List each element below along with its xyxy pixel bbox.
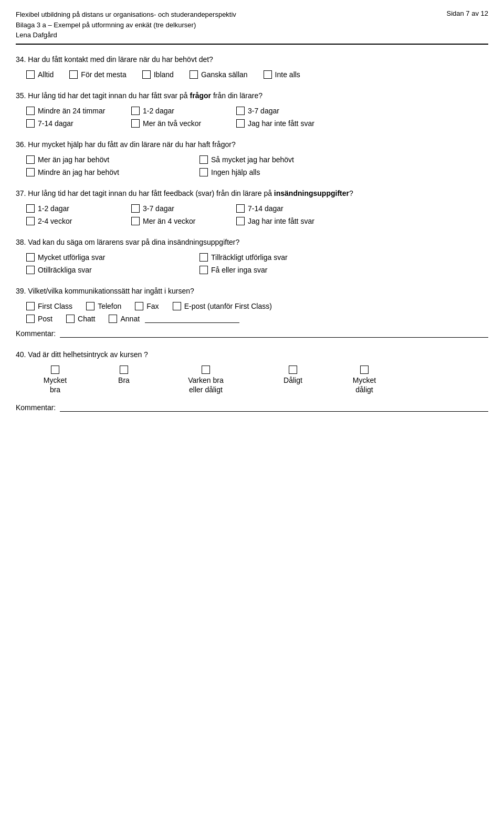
q37-checkbox-meran4veckor[interactable] bbox=[131, 217, 140, 225]
q34-checkbox-intealls[interactable] bbox=[264, 70, 272, 79]
q39-kommentar-label: Kommentar: bbox=[16, 329, 56, 338]
question-36: 36. Hur mycket hjälp har du fått av din … bbox=[16, 139, 488, 176]
q40-option-bra: Bra bbox=[98, 366, 150, 394]
q37-option-7-14dagar: 7-14 dagar bbox=[236, 204, 326, 213]
q37-options: 1-2 dagar 3-7 dagar 7-14 dagar 2-4 vecko… bbox=[16, 204, 488, 225]
page-number: Sidan 7 av 12 bbox=[446, 9, 488, 17]
q40-number: 40. bbox=[16, 350, 26, 359]
q35-number: 35. bbox=[16, 91, 26, 100]
q40-checkbox-daligt[interactable] bbox=[289, 366, 297, 374]
q40-checkbox-mycketdaligt[interactable] bbox=[360, 366, 369, 374]
q38-text: Vad kan du säga om lärarens svar på dina… bbox=[28, 238, 239, 246]
q40-kommentar-label: Kommentar: bbox=[16, 403, 56, 412]
q40-option-daligt: Dåligt bbox=[261, 366, 324, 394]
question-35: 35. Hur lång tid har det tagit innan du … bbox=[16, 90, 488, 128]
q40-checkbox-bra[interactable] bbox=[120, 366, 128, 374]
q38-checkbox-otillrackliga[interactable] bbox=[26, 266, 35, 274]
q36-checkbox-meran[interactable] bbox=[26, 155, 35, 164]
q36-options: Mer än jag har behövt Så mycket jag har … bbox=[16, 155, 488, 176]
q35-checkbox-mindreän24[interactable] bbox=[26, 107, 35, 115]
q37-option-2-4veckor: 2-4 veckor bbox=[26, 217, 116, 225]
q37-option-1-2dagar: 1-2 dagar bbox=[26, 204, 116, 213]
q39-kommentar-field[interactable] bbox=[60, 328, 488, 338]
q40-option-varken: Varken bra eller dåligt bbox=[164, 366, 248, 394]
q35-options: Mindre än 24 timmar 1-2 dagar 3-7 dagar … bbox=[16, 107, 488, 128]
q36-option-samycket: Så mycket jag har behövt bbox=[200, 155, 294, 164]
q34-option-fordetmesta: För det mesta bbox=[69, 70, 126, 79]
q34-checkbox-alltid[interactable] bbox=[26, 70, 35, 79]
q38-option-tillrackligtutforliga: Tillräckligt utförliga svar bbox=[200, 253, 288, 262]
q40-text: Vad är ditt helhetsintryck av kursen ? bbox=[28, 350, 148, 359]
q36-checkbox-samycket[interactable] bbox=[200, 155, 208, 164]
q39-options: First Class Telefon Fax E-post (utanför … bbox=[16, 302, 488, 323]
q36-option-meran: Mer än jag har behövt bbox=[26, 155, 184, 164]
q39-option-fax: Fax bbox=[135, 302, 159, 310]
q39-option-post: Post bbox=[26, 315, 52, 323]
q39-option-telefon: Telefon bbox=[86, 302, 121, 310]
q36-checkbox-ingenhjälp[interactable] bbox=[200, 168, 208, 176]
q37-checkbox-7-14dagar[interactable] bbox=[236, 204, 245, 213]
q37-option-meran4veckor: Mer än 4 veckor bbox=[131, 217, 220, 225]
q35-option-intefattsvar: Jag har inte fått svar bbox=[236, 119, 326, 128]
q37-option-intefattsvar: Jag har inte fått svar bbox=[236, 217, 326, 225]
question-40: 40. Vad är ditt helhetsintryck av kursen… bbox=[16, 349, 488, 412]
q35-checkbox-intefattsvar[interactable] bbox=[236, 119, 245, 128]
q37-checkbox-intefattsvar[interactable] bbox=[236, 217, 245, 225]
q39-checkbox-annat[interactable] bbox=[109, 315, 117, 323]
q39-checkbox-post[interactable] bbox=[26, 315, 35, 323]
q36-checkbox-mindreán[interactable] bbox=[26, 168, 35, 176]
q34-option-intealls: Inte alls bbox=[264, 70, 300, 79]
q38-option-mycketutforliga: Mycket utförliga svar bbox=[26, 253, 184, 262]
question-37: 37. Hur lång tid har det tagit innan du … bbox=[16, 188, 488, 225]
q39-text: Vilket/vilka kommunikationssätt har ingå… bbox=[28, 287, 194, 295]
q37-checkbox-2-4veckor[interactable] bbox=[26, 217, 35, 225]
q35-option-mindreän24: Mindre än 24 timmar bbox=[26, 107, 116, 115]
q35-checkbox-1-2dagar[interactable] bbox=[131, 107, 140, 115]
q37-number: 37. bbox=[16, 189, 26, 197]
q35-checkbox-7-14dagar[interactable] bbox=[26, 119, 35, 128]
q40-checkbox-mycketbra[interactable] bbox=[51, 366, 59, 374]
q39-annat-field[interactable] bbox=[145, 315, 239, 323]
page-header: Flexibel utbildning på distans ur organi… bbox=[16, 9, 488, 45]
q39-kommentar-row: Kommentar: bbox=[16, 328, 488, 338]
q34-checkbox-ganskasellan[interactable] bbox=[190, 70, 198, 79]
q37-checkbox-1-2dagar[interactable] bbox=[26, 204, 35, 213]
q38-options: Mycket utförliga svar Tillräckligt utför… bbox=[16, 253, 488, 274]
q34-checkbox-fordetmesta[interactable] bbox=[69, 70, 78, 79]
q40-option-mycketbra: Mycket bra bbox=[26, 366, 84, 394]
q37-checkbox-3-7dagar[interactable] bbox=[131, 204, 140, 213]
q38-option-faelleringasvar: Få eller inga svar bbox=[200, 266, 267, 274]
q36-text: Hur mycket hjälp har du fått av din lära… bbox=[28, 140, 235, 149]
q35-checkbox-merantvaveckor[interactable] bbox=[131, 119, 140, 128]
q39-checkbox-chatt[interactable] bbox=[66, 315, 75, 323]
q38-number: 38. bbox=[16, 238, 26, 246]
q35-checkbox-3-7dagar[interactable] bbox=[236, 107, 245, 115]
q38-checkbox-faelleringasvar[interactable] bbox=[200, 266, 208, 274]
q39-checkbox-epost[interactable] bbox=[173, 302, 181, 310]
question-38: 38. Vad kan du säga om lärarens svar på … bbox=[16, 237, 488, 274]
q38-option-otillrackliga: Otillräckliga svar bbox=[26, 266, 184, 274]
q39-option-epost: E-post (utanför First Class) bbox=[173, 302, 272, 310]
q35-option-1-2dagar: 1-2 dagar bbox=[131, 107, 220, 115]
q40-kommentar-field[interactable] bbox=[60, 402, 488, 412]
q39-option-annat: Annat bbox=[109, 315, 239, 323]
q40-options: Mycket bra Bra Varken bra eller dåligt D… bbox=[16, 366, 488, 394]
q35-option-7-14dagar: 7-14 dagar bbox=[26, 119, 116, 128]
q34-option-alltid: Alltid bbox=[26, 70, 54, 79]
q38-checkbox-mycketutforliga[interactable] bbox=[26, 253, 35, 262]
q39-option-firstclass: First Class bbox=[26, 302, 72, 310]
q38-checkbox-tillrackligtutforliga[interactable] bbox=[200, 253, 208, 262]
q37-option-3-7dagar: 3-7 dagar bbox=[131, 204, 220, 213]
q40-checkbox-varken[interactable] bbox=[202, 366, 210, 374]
q39-checkbox-firstclass[interactable] bbox=[26, 302, 35, 310]
q39-checkbox-telefon[interactable] bbox=[86, 302, 94, 310]
q34-checkbox-ibland[interactable] bbox=[142, 70, 151, 79]
header-title: Flexibel utbildning på distans ur organi… bbox=[16, 9, 236, 40]
q35-option-3-7dagar: 3-7 dagar bbox=[236, 107, 326, 115]
q40-kommentar-row: Kommentar: bbox=[16, 402, 488, 412]
q35-option-merantvaveckor: Mer än två veckor bbox=[131, 119, 220, 128]
q36-option-mindreán: Mindre än jag har behövt bbox=[26, 168, 184, 176]
q39-checkbox-fax[interactable] bbox=[135, 302, 143, 310]
q34-number: 34. bbox=[16, 55, 26, 64]
q34-text: Har du fått kontakt med din lärare när d… bbox=[28, 55, 213, 64]
